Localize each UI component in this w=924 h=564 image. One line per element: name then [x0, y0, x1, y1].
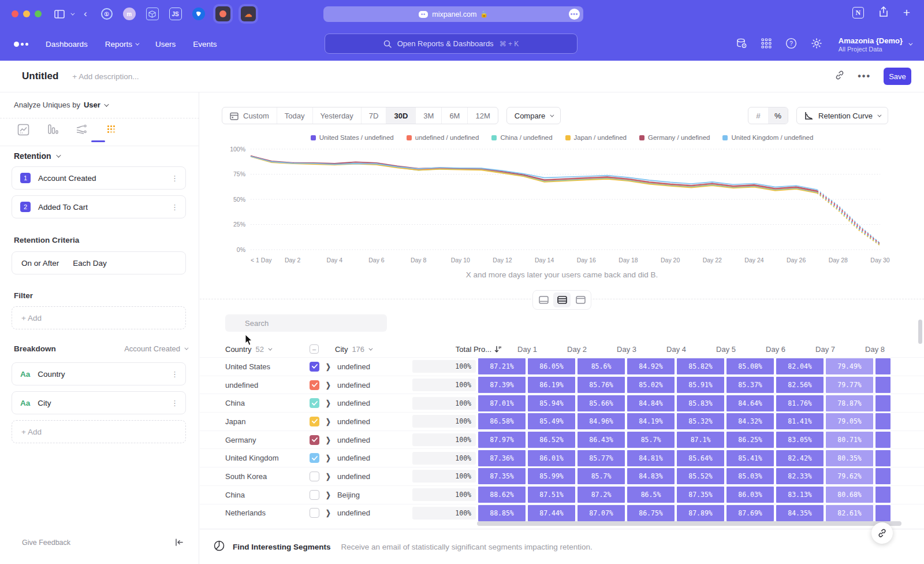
- extension-icon-patreon[interactable]: [215, 6, 230, 21]
- retention-cell-day3[interactable]: 84.96%: [578, 413, 625, 429]
- step-card-1[interactable]: 1 Account Created ⋮: [12, 166, 186, 190]
- expand-chevron-icon[interactable]: ❯: [326, 472, 331, 481]
- kebab-menu-icon[interactable]: ⋮: [171, 174, 178, 183]
- expand-chevron-icon[interactable]: ❯: [326, 509, 331, 517]
- retention-cell-day4[interactable]: 84.83%: [627, 468, 675, 484]
- retention-cell-day1[interactable]: 88.62%: [478, 487, 526, 503]
- retention-cell-day5[interactable]: 87.35%: [677, 487, 724, 503]
- select-all-checkbox[interactable]: –: [310, 344, 319, 354]
- retention-cell-day7[interactable]: 81.76%: [776, 395, 824, 411]
- tab-flows-icon[interactable]: [75, 123, 89, 136]
- retention-cell-day3[interactable]: 85.66%: [578, 395, 625, 411]
- column-header-day-3[interactable]: Day 3: [603, 345, 650, 354]
- retention-cell-day5[interactable]: 85.64%: [677, 450, 724, 466]
- retention-cell-day2[interactable]: 85.49%: [528, 413, 575, 429]
- legend-item[interactable]: Japan / undefined: [565, 134, 627, 141]
- retention-cell-day2[interactable]: 86.52%: [528, 432, 575, 448]
- extension-icon-js[interactable]: JS: [169, 8, 182, 20]
- retention-cell-day1[interactable]: 87.21%: [478, 358, 526, 374]
- data-management-icon[interactable]: [736, 38, 747, 51]
- retention-cell-day9-partial[interactable]: [875, 358, 891, 374]
- global-search[interactable]: Open Reports & Dashboards ⌘ + K: [325, 34, 578, 54]
- retention-cell-day6[interactable]: 85.03%: [726, 468, 774, 484]
- retention-cell-day6[interactable]: 85.41%: [726, 450, 774, 466]
- legend-item[interactable]: United Kingdom / undefined: [722, 134, 813, 141]
- date-range-7d[interactable]: 7D: [362, 107, 387, 124]
- column-header-total[interactable]: Total Pro...: [438, 345, 501, 354]
- date-range-3m[interactable]: 3M: [416, 107, 442, 124]
- project-selector[interactable]: Amazonia {Demo} All Project Data: [836, 36, 911, 53]
- retention-cell-day2[interactable]: 86.05%: [528, 358, 575, 374]
- step-event-name[interactable]: Added To Cart: [38, 203, 88, 212]
- collapse-sidebar-icon[interactable]: [175, 539, 184, 548]
- retention-cell-day9-partial[interactable]: [875, 505, 891, 521]
- step-event-name[interactable]: Account Created: [38, 174, 96, 183]
- table-row[interactable]: United Kingdom❯undefined100%87.36%86.01%…: [200, 448, 924, 467]
- retention-cell-day4[interactable]: 86.5%: [627, 487, 675, 503]
- find-segments-title[interactable]: Find Interesting Segments: [233, 543, 331, 551]
- kebab-menu-icon[interactable]: ⋮: [171, 370, 178, 379]
- extension-icon-soundcloud[interactable]: ☁: [241, 6, 256, 21]
- retention-cell-day9-partial[interactable]: [875, 395, 891, 411]
- step-card-2[interactable]: 2 Added To Cart ⋮: [12, 195, 186, 218]
- nav-users[interactable]: Users: [155, 40, 176, 49]
- date-range-30d[interactable]: 30D: [386, 107, 416, 124]
- retention-cell-day2[interactable]: 87.51%: [528, 487, 575, 503]
- add-filter-button[interactable]: + Add: [12, 306, 186, 329]
- row-checkbox[interactable]: [310, 417, 319, 426]
- nav-reports[interactable]: Reports: [105, 40, 138, 49]
- column-header-day-2[interactable]: Day 2: [553, 345, 601, 354]
- column-header-day-8[interactable]: Day 8: [851, 345, 899, 354]
- vertical-scrollbar[interactable]: [918, 320, 922, 344]
- retention-cell-day9-partial[interactable]: [875, 487, 891, 503]
- retention-cell-day4[interactable]: 84.81%: [627, 450, 675, 466]
- table-row[interactable]: undefined❯undefined100%87.39%86.19%85.76…: [200, 376, 924, 394]
- retention-cell-day1[interactable]: 87.97%: [478, 432, 526, 448]
- sidebar-toggle-icon[interactable]: [54, 10, 65, 18]
- row-checkbox[interactable]: [310, 453, 319, 463]
- address-bar[interactable]: •• mixpanel.com 🔒 •••: [323, 6, 583, 22]
- column-header-city[interactable]: City 176: [335, 345, 438, 354]
- expand-chevron-icon[interactable]: ❯: [326, 362, 331, 371]
- apps-grid-icon[interactable]: [761, 38, 772, 51]
- retention-cell-day7[interactable]: 83.13%: [776, 487, 824, 503]
- table-row[interactable]: China❯undefined100%87.01%85.94%85.66%84.…: [200, 394, 924, 412]
- retention-cell-day2[interactable]: 86.01%: [528, 450, 575, 466]
- share-link-fab[interactable]: [871, 522, 893, 544]
- analyze-uniques-value[interactable]: User: [84, 101, 100, 109]
- extension-icon-browser[interactable]: [192, 8, 205, 20]
- retention-cell-day8[interactable]: 78.87%: [826, 395, 873, 411]
- column-header-day-5[interactable]: Day 5: [702, 345, 750, 354]
- add-description[interactable]: + Add description...: [72, 72, 139, 81]
- new-tab-icon[interactable]: +: [903, 6, 910, 20]
- retention-cell-day8[interactable]: 80.68%: [826, 487, 873, 503]
- minimize-window-button[interactable]: [23, 10, 30, 17]
- retention-cell-day6[interactable]: 86.03%: [726, 487, 774, 503]
- retention-cell-day2[interactable]: 86.19%: [528, 377, 575, 393]
- retention-cell-day7[interactable]: 84.35%: [776, 505, 824, 521]
- retention-cell-day9-partial[interactable]: [875, 450, 891, 466]
- add-breakdown-button[interactable]: + Add: [12, 420, 186, 443]
- column-header-day-6[interactable]: Day 6: [752, 345, 799, 354]
- retention-cell-day5[interactable]: 87.1%: [677, 432, 724, 448]
- retention-cell-day6[interactable]: 85.08%: [726, 358, 774, 374]
- retention-cell-day8[interactable]: 79.05%: [826, 413, 873, 429]
- layout-table-only-button[interactable]: [572, 292, 589, 307]
- row-checkbox[interactable]: [310, 490, 319, 500]
- expand-chevron-icon[interactable]: ❯: [326, 381, 331, 389]
- breakdown-card-country[interactable]: Aa Country ⋮: [12, 362, 186, 385]
- horizontal-scrollbar[interactable]: [477, 521, 901, 526]
- legend-item[interactable]: undefined / undefined: [407, 134, 479, 141]
- close-window-button[interactable]: [12, 10, 18, 17]
- expand-chevron-icon[interactable]: ❯: [326, 399, 331, 407]
- date-range-today[interactable]: Today: [277, 107, 313, 124]
- kebab-menu-icon[interactable]: ⋮: [171, 399, 178, 407]
- expand-chevron-icon[interactable]: ❯: [326, 491, 331, 499]
- chart-type-selector[interactable]: Retention Curve: [796, 107, 888, 124]
- link-icon[interactable]: [834, 70, 845, 83]
- retention-cell-day1[interactable]: 87.39%: [478, 377, 526, 393]
- retention-cell-day4[interactable]: 85.02%: [627, 377, 675, 393]
- expand-chevron-icon[interactable]: ❯: [326, 436, 331, 444]
- retention-cell-day6[interactable]: 85.37%: [726, 377, 774, 393]
- legend-item[interactable]: China / undefined: [491, 134, 552, 141]
